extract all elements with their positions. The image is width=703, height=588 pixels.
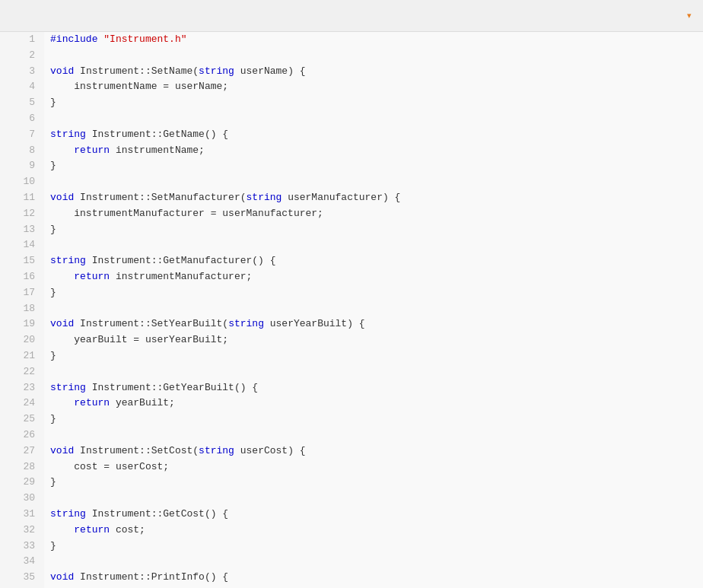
code-line-content: } xyxy=(44,222,703,238)
code-line-content: string Instrument::GetManufacturer() { xyxy=(44,253,703,269)
table-row: 11void Instrument::SetManufacturer(strin… xyxy=(0,190,703,206)
code-line-content: } xyxy=(44,475,703,491)
table-row: 18 xyxy=(0,301,703,317)
table-row: 29} xyxy=(0,475,703,491)
current-file-area: ▾ xyxy=(678,11,692,21)
code-line-content xyxy=(44,491,703,507)
code-line-content xyxy=(44,48,703,64)
table-row: 33} xyxy=(0,539,703,555)
line-number: 24 xyxy=(0,396,44,412)
line-number: 25 xyxy=(0,412,44,427)
line-number: 7 xyxy=(0,127,44,143)
table-row: 23string Instrument::GetYearBuilt() { xyxy=(0,380,703,396)
table-row: 26 xyxy=(0,427,703,443)
code-line-content xyxy=(44,364,703,380)
table-row: 28 cost = userCost; xyxy=(0,459,703,475)
table-row: 15string Instrument::GetManufacturer() { xyxy=(0,253,703,269)
table-row: 31string Instrument::GetCost() { xyxy=(0,507,703,523)
code-line-content: return yearBuilt; xyxy=(44,396,703,412)
line-number: 13 xyxy=(0,222,44,238)
line-number: 16 xyxy=(0,269,44,285)
table-row: 19void Instrument::SetYearBuilt(string u… xyxy=(0,316,703,332)
line-number: 8 xyxy=(0,143,44,159)
table-row: 22 xyxy=(0,364,703,380)
code-line-content: instrumentManufacturer = userManufacture… xyxy=(44,206,703,222)
code-line-content: yearBuilt = userYearBuilt; xyxy=(44,332,703,348)
table-row: 27void Instrument::SetCost(string userCo… xyxy=(0,443,703,459)
code-line-content: void Instrument::SetCost(string userCost… xyxy=(44,443,703,459)
code-line-content: void Instrument::SetManufacturer(string … xyxy=(44,190,703,206)
table-row: 1#include "Instrument.h" xyxy=(0,32,703,48)
code-line-content xyxy=(44,174,703,190)
line-number: 35 xyxy=(0,570,44,586)
code-line-content: return cost; xyxy=(44,523,703,539)
table-row: 5} xyxy=(0,95,703,111)
line-number: 10 xyxy=(0,174,44,190)
line-number: 14 xyxy=(0,237,44,253)
code-line-content: string Instrument::GetName() { xyxy=(44,127,703,143)
code-line-content xyxy=(44,301,703,317)
line-number: 4 xyxy=(0,79,44,95)
table-row: 6 xyxy=(0,111,703,127)
line-number: 15 xyxy=(0,253,44,269)
line-number: 11 xyxy=(0,190,44,206)
code-line-content: } xyxy=(44,95,703,111)
table-row: 17} xyxy=(0,285,703,301)
table-row: 24 return yearBuilt; xyxy=(0,396,703,412)
code-line-content: } xyxy=(44,539,703,555)
line-number: 23 xyxy=(0,380,44,396)
code-line-content: string Instrument::GetYearBuilt() { xyxy=(44,380,703,396)
line-number: 9 xyxy=(0,158,44,174)
table-row: 8 return instrumentName; xyxy=(0,143,703,159)
code-line-content: void Instrument::PrintInfo() { xyxy=(44,570,703,586)
code-line-content: void Instrument::SetYearBuilt(string use… xyxy=(44,316,703,332)
table-row: 12 instrumentManufacturer = userManufact… xyxy=(0,206,703,222)
code-line-content: } xyxy=(44,412,703,427)
line-number: 6 xyxy=(0,111,44,127)
table-row: 21} xyxy=(0,348,703,364)
line-number: 34 xyxy=(0,554,44,570)
line-number: 12 xyxy=(0,206,44,222)
table-row: 13} xyxy=(0,222,703,238)
line-number: 33 xyxy=(0,539,44,555)
line-number: 30 xyxy=(0,491,44,507)
table-row: 32 return cost; xyxy=(0,523,703,539)
table-row: 35void Instrument::PrintInfo() { xyxy=(0,570,703,586)
table-row: 7string Instrument::GetName() { xyxy=(0,127,703,143)
code-line-content xyxy=(44,427,703,443)
table-row: 16 return instrumentManufacturer; xyxy=(0,269,703,285)
line-number: 1 xyxy=(0,32,44,48)
code-line-content: cost = userCost; xyxy=(44,459,703,475)
table-row: 10 xyxy=(0,174,703,190)
line-number: 28 xyxy=(0,459,44,475)
code-line-content: } xyxy=(44,348,703,364)
line-number: 5 xyxy=(0,95,44,111)
line-number: 20 xyxy=(0,332,44,348)
line-number: 21 xyxy=(0,348,44,364)
line-number: 19 xyxy=(0,316,44,332)
table-row: 3void Instrument::SetName(string userNam… xyxy=(0,64,703,80)
code-line-content xyxy=(44,111,703,127)
table-row: 20 yearBuilt = userYearBuilt; xyxy=(0,332,703,348)
top-bar: ▾ xyxy=(0,0,703,32)
table-row: 30 xyxy=(0,491,703,507)
code-table: 1#include "Instrument.h"2 3void Instrume… xyxy=(0,32,703,588)
code-line-content: return instrumentName; xyxy=(44,143,703,159)
line-number: 17 xyxy=(0,285,44,301)
code-line-content xyxy=(44,237,703,253)
line-number: 22 xyxy=(0,364,44,380)
line-number: 2 xyxy=(0,48,44,64)
code-line-content: } xyxy=(44,285,703,301)
table-row: 25} xyxy=(0,412,703,427)
line-number: 29 xyxy=(0,475,44,491)
code-line-content: #include "Instrument.h" xyxy=(44,32,703,48)
table-row: 9} xyxy=(0,158,703,174)
file-dropdown-icon[interactable]: ▾ xyxy=(687,11,692,21)
code-line-content: void Instrument::SetName(string userName… xyxy=(44,64,703,80)
table-row: 4 instrumentName = userName; xyxy=(0,79,703,95)
code-line-content: string Instrument::GetCost() { xyxy=(44,507,703,523)
table-row: 14 xyxy=(0,237,703,253)
code-line-content: instrumentName = userName; xyxy=(44,79,703,95)
line-number: 32 xyxy=(0,523,44,539)
code-line-content: } xyxy=(44,158,703,174)
